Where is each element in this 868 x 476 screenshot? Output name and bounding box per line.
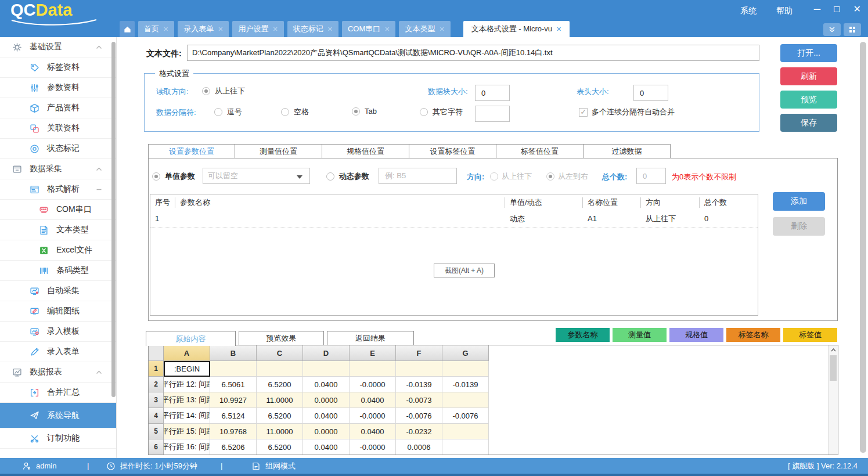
sidebar-item-0[interactable]: 基础设置 <box>0 37 116 57</box>
merge-separators-checkbox[interactable]: ✓多个连续分隔符自动合并 <box>579 107 675 117</box>
preview-tab-1[interactable]: 预览效果 <box>239 331 324 345</box>
close-icon[interactable]: ✕ <box>556 26 561 33</box>
sidebar-item-6[interactable]: 数据采集 <box>0 159 116 179</box>
sheet-cell-F4[interactable]: -0.0076 <box>396 408 442 424</box>
sidebar-item-19[interactable]: 订制功能 <box>0 428 116 449</box>
sheet-cell-C6[interactable]: 6.5200 <box>257 439 303 455</box>
open-button[interactable]: 打开... <box>780 44 837 62</box>
radio-dynamic-param[interactable] <box>326 172 334 181</box>
sidebar-item-1[interactable]: 标签资料 <box>0 57 116 78</box>
sheet-col-header-C[interactable]: C <box>257 345 303 361</box>
dir-left-right-radio[interactable]: 从左到右 <box>546 171 588 182</box>
sheet-cell-B5[interactable]: 10.9768 <box>210 424 257 439</box>
radio-other[interactable] <box>420 108 428 116</box>
sidebar-item-2[interactable]: 参数资料 <box>0 78 116 98</box>
snip-button[interactable]: 截图(Alt + A) <box>434 264 495 277</box>
sheet-cell-A3[interactable]: 平行距 13: 间距 <box>164 392 210 408</box>
legend-chip-1[interactable]: 测量值 <box>613 328 667 342</box>
minimize-button[interactable]: ─ <box>814 4 820 15</box>
param-tab-1[interactable]: 测量值位置 <box>235 144 322 158</box>
sidebar-item-17[interactable]: 合并汇总 <box>0 383 116 403</box>
sheet-cell-F3[interactable]: -0.0073 <box>396 392 442 408</box>
radio-single-param[interactable] <box>152 172 160 181</box>
radio-top-down[interactable] <box>202 87 210 95</box>
sheet-cell-C3[interactable]: 11.0000 <box>257 392 303 408</box>
sheet-cell-B2[interactable]: 6.5061 <box>210 377 257 392</box>
close-icon[interactable]: ✕ <box>163 26 168 33</box>
sheet-row-header[interactable]: 4 <box>149 408 164 424</box>
dir-top-down-radio[interactable]: 从上往下 <box>490 171 532 182</box>
tab-active[interactable]: 文本格式设置 - Micro-vu✕ <box>463 21 570 37</box>
sheet-cell-E2[interactable]: -0.0000 <box>350 377 396 392</box>
sheet-cell-G5[interactable] <box>442 424 489 439</box>
sheet-cell-E3[interactable]: 0.0400 <box>350 392 396 408</box>
sheet-cell-E1[interactable] <box>350 361 396 377</box>
scroll-up-icon[interactable] <box>829 345 838 355</box>
separator-comma-radio[interactable]: 逗号 <box>214 107 242 117</box>
dynamic-param-input[interactable]: 例: B5 <box>379 168 457 184</box>
sheet-cell-E6[interactable]: -0.0000 <box>350 439 396 455</box>
sheet-cell-G3[interactable] <box>442 392 489 408</box>
radio-space[interactable] <box>281 108 289 116</box>
close-icon[interactable]: ✕ <box>272 26 278 33</box>
header-size-input[interactable]: 0 <box>633 85 668 101</box>
sheet-cell-G2[interactable]: -0.0139 <box>442 377 489 392</box>
sheet-cell-G6[interactable] <box>442 439 489 455</box>
sheet-cell-A4[interactable]: 平行距 14: 间距 <box>164 408 210 424</box>
radio-dir-left-right[interactable] <box>546 172 554 181</box>
total-count-input[interactable]: 0 <box>636 168 666 184</box>
sheet-row-header[interactable]: 1 <box>149 361 164 377</box>
sheet-cell-C2[interactable]: 6.5200 <box>257 377 303 392</box>
sidebar-item-12[interactable]: 自动采集 <box>0 281 116 301</box>
sheet-cell-A2[interactable]: 平行距 12: 间距 <box>164 377 210 392</box>
file-path-input[interactable]: D:\Company\MarketPlan2022\2020产品资料\QSmar… <box>187 45 759 61</box>
param-table-row[interactable]: 1动态A1从上往下0 <box>150 210 758 228</box>
menu-help[interactable]: 帮助 <box>776 6 793 16</box>
sheet-cell-E4[interactable]: -0.0000 <box>350 408 396 424</box>
sheet-cell-B4[interactable]: 6.5124 <box>210 408 257 424</box>
legend-chip-4[interactable]: 标签值 <box>783 328 837 342</box>
home-tab[interactable] <box>120 21 135 37</box>
param-tab-3[interactable]: 设置标签位置 <box>409 144 496 158</box>
sheet-cell-D4[interactable]: 0.0400 <box>303 408 350 424</box>
close-icon[interactable]: ✕ <box>384 26 390 33</box>
sheet-cell-C5[interactable]: 11.0000 <box>257 424 303 439</box>
tab-grid-button[interactable] <box>844 23 861 36</box>
sheet-corner[interactable] <box>149 345 164 361</box>
sheet-cell-B3[interactable]: 10.9927 <box>210 392 257 408</box>
sheet-col-header-D[interactable]: D <box>303 345 350 361</box>
tab-4[interactable]: COM串口✕ <box>342 21 396 37</box>
sheet-row-header[interactable]: 5 <box>149 424 164 439</box>
tab-1[interactable]: 录入表单✕ <box>178 21 229 37</box>
legend-chip-3[interactable]: 标签名称 <box>726 328 780 342</box>
sheet-col-header-B[interactable]: B <box>210 345 257 361</box>
separator-space-radio[interactable]: 空格 <box>281 107 309 117</box>
preview-button[interactable]: 预览 <box>780 91 837 109</box>
sheet-col-header-A[interactable]: A <box>164 345 210 361</box>
sheet-cell-F6[interactable]: 0.0006 <box>396 439 442 455</box>
radio-tab[interactable] <box>352 107 360 116</box>
sidebar-item-11[interactable]: 条码类型 <box>0 261 116 281</box>
page-scrollbar[interactable] <box>860 42 866 453</box>
dynamic-param-radio[interactable]: 动态参数 <box>326 171 369 182</box>
param-tab-5[interactable]: 过滤数据 <box>584 144 671 158</box>
preview-tab-0[interactable]: 原始内容 <box>146 331 236 346</box>
sidebar-item-10[interactable]: Excel文件 <box>0 240 116 261</box>
sheet-cell-A1[interactable]: :BEGIN <box>164 361 210 377</box>
block-size-input[interactable]: 0 <box>475 85 510 101</box>
sidebar-item-9[interactable]: 文本类型 <box>0 220 116 240</box>
single-param-radio[interactable]: 单值参数 <box>152 171 195 182</box>
sidebar-item-7[interactable]: 格式解析 <box>0 179 116 200</box>
legend-chip-2[interactable]: 规格值 <box>669 328 723 342</box>
sheet-cell-A5[interactable]: 平行距 15: 间距 <box>164 424 210 439</box>
sheet-row-header[interactable]: 3 <box>149 392 164 408</box>
sheet-cell-A6[interactable]: 平行距 16: 间距 <box>164 439 210 455</box>
tab-2[interactable]: 用户设置✕ <box>232 21 283 37</box>
sheet-cell-B1[interactable] <box>210 361 257 377</box>
scroll-thumb[interactable] <box>830 355 837 381</box>
sheet-cell-F2[interactable]: -0.0139 <box>396 377 442 392</box>
read-direction-radio[interactable]: 从上往下 <box>202 86 245 96</box>
maximize-button[interactable]: ☐ <box>833 5 841 14</box>
sheet-cell-C4[interactable]: 6.5200 <box>257 408 303 424</box>
sidebar-item-8[interactable]: COM串口 <box>0 200 116 220</box>
